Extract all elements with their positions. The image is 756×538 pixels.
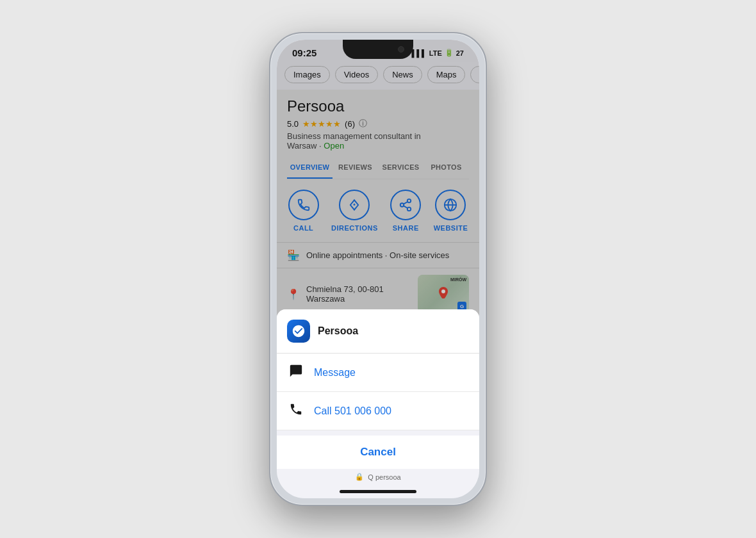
lock-icon: 🔒 — [355, 473, 364, 481]
bottom-sheet-overlay: Persooa Message — [277, 40, 479, 498]
message-icon — [287, 364, 305, 381]
message-option[interactable]: Message — [277, 354, 479, 392]
phone-frame: 09:25 ▌▌▌ LTE 🔋 27 Images Videos News Ma… — [269, 32, 487, 506]
cancel-button[interactable]: Cancel — [277, 436, 479, 469]
camera-dot — [398, 46, 404, 53]
call-option[interactable]: Call 501 006 000 — [277, 392, 479, 430]
bottom-bar — [277, 485, 479, 498]
phone-screen: 09:25 ▌▌▌ LTE 🔋 27 Images Videos News Ma… — [277, 40, 479, 498]
phone-icon — [287, 402, 305, 420]
notch — [343, 40, 413, 59]
sheet-business-name: Persooa — [318, 325, 358, 337]
search-query: Q persooa — [368, 473, 400, 481]
cancel-label: Cancel — [360, 446, 396, 459]
sheet-header: Persooa — [277, 309, 479, 354]
bottom-sheet: Persooa Message — [277, 309, 479, 498]
sheet-app-icon — [287, 320, 310, 343]
call-number-label: Call 501 006 000 — [314, 405, 391, 417]
search-bottom-bar: 🔒 Q persooa — [277, 469, 479, 485]
home-indicator — [340, 490, 416, 493]
message-label: Message — [314, 367, 356, 379]
